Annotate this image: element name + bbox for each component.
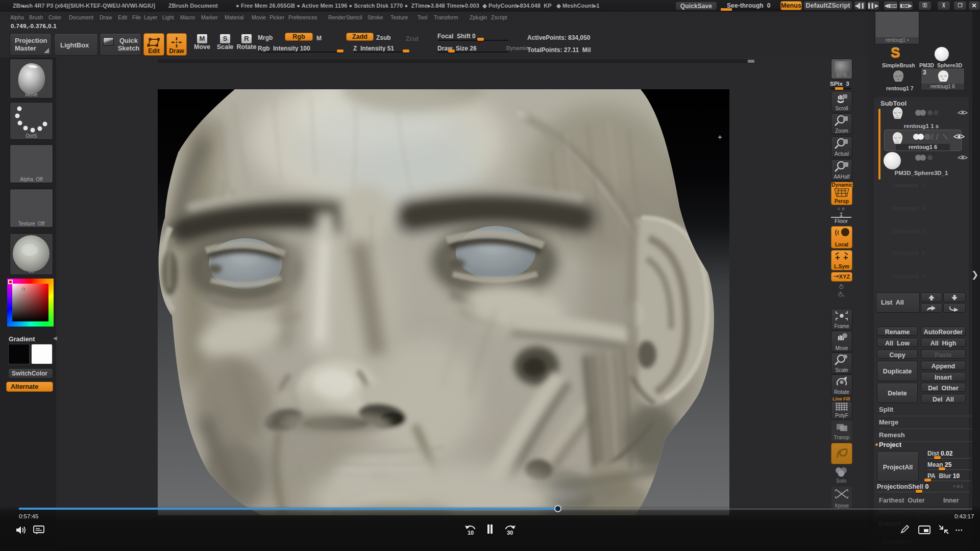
svg-text:30: 30 <box>507 530 513 536</box>
svg-text:10: 10 <box>468 530 474 536</box>
